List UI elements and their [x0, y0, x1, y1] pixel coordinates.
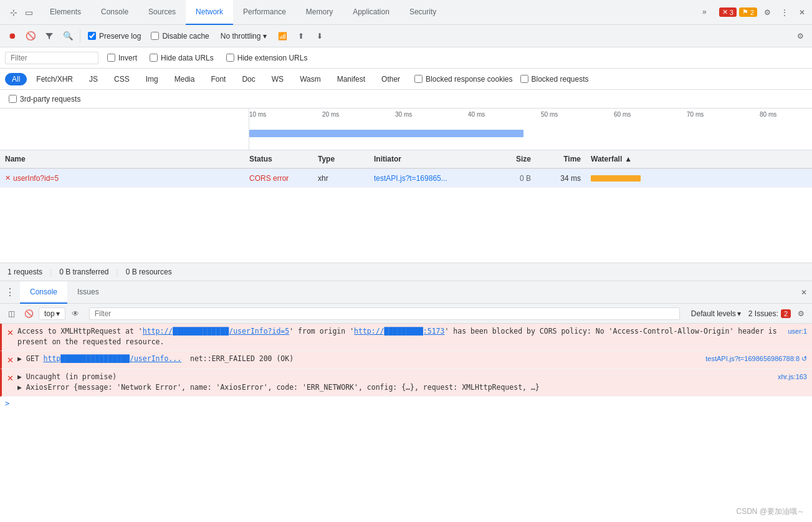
axios-error-link[interactable]: xhr.js:163 — [778, 372, 807, 382]
type-ws[interactable]: WS — [265, 73, 290, 85]
type-wasm[interactable]: Wasm — [293, 73, 328, 85]
console-tab-issues[interactable]: Issues — [67, 281, 109, 304]
upload-icon[interactable]: ⬆ — [293, 28, 309, 44]
disable-cache-checkbox[interactable] — [151, 32, 159, 40]
tick-70ms: 70 ms — [687, 111, 704, 118]
tab-security[interactable]: Security — [399, 0, 446, 25]
issues-label: 2 Issues: — [748, 309, 778, 318]
tab-console[interactable]: Console — [91, 0, 138, 25]
wifi-icon[interactable]: 📶 — [274, 28, 290, 44]
third-party-label[interactable]: 3rd-party requests — [5, 95, 84, 104]
col-header-status[interactable]: Status — [249, 155, 318, 163]
close-icon[interactable]: ✕ — [795, 5, 810, 20]
col-header-initiator[interactable]: Initiator — [374, 155, 486, 163]
table-body: ✕ userInfo?id=5 CORS error xhr testAPI.j… — [0, 169, 812, 263]
col-header-name[interactable]: Name — [0, 155, 249, 163]
filter-button[interactable] — [41, 28, 57, 44]
type-js[interactable]: JS — [82, 73, 105, 85]
device-icon[interactable]: ▭ — [22, 6, 35, 19]
error-badge[interactable]: ✕ 3 — [719, 7, 737, 17]
type-font[interactable]: Font — [204, 73, 232, 85]
col-header-size[interactable]: Size — [486, 155, 536, 163]
console-filter-input[interactable] — [89, 307, 680, 320]
preserve-log-label[interactable]: Preserve log — [84, 32, 145, 41]
console-msg-get[interactable]: ✕ ▶ GET http████████████████/userInfo...… — [0, 351, 812, 370]
filter-input[interactable] — [5, 52, 98, 64]
hide-ext-urls-label[interactable]: Hide extension URLs — [222, 54, 312, 62]
more-tabs[interactable]: » — [692, 0, 717, 25]
preserve-log-checkbox[interactable] — [88, 32, 96, 40]
tab-application[interactable]: Application — [343, 0, 399, 25]
search-button[interactable]: 🔍 — [60, 28, 76, 44]
get-error-link-text[interactable]: testAPI.js?t=1698656986788:8 — [705, 354, 800, 364]
blocked-requests-label[interactable]: Blocked requests — [520, 75, 589, 84]
cursor-icon[interactable]: ⊹ — [7, 6, 20, 19]
top-select[interactable]: top ▾ — [39, 307, 65, 320]
hide-data-urls-text: Hide data URLs — [161, 54, 214, 62]
record-button[interactable]: ⏺ — [4, 28, 20, 44]
invert-checkbox[interactable] — [107, 54, 115, 62]
waterfall-label: Waterfall — [591, 155, 622, 163]
type-manifest[interactable]: Manifest — [330, 73, 372, 85]
more-options-icon[interactable]: ⋮ — [777, 5, 792, 20]
console-tab-bar: ⋮ Console Issues ✕ — [0, 281, 812, 304]
type-media[interactable]: Media — [168, 73, 202, 85]
blocked-requests-checkbox[interactable] — [520, 75, 528, 83]
blocked-response-checkbox[interactable] — [414, 75, 423, 83]
third-party-checkbox[interactable] — [9, 95, 17, 103]
type-all[interactable]: All — [5, 73, 27, 85]
console-settings-icon[interactable]: ⚙ — [793, 306, 808, 321]
warning-badge[interactable]: ⚑ 2 — [739, 7, 757, 17]
type-fetch-xhr[interactable]: Fetch/XHR — [29, 73, 80, 85]
console-sidebar-icon[interactable]: ◫ — [4, 306, 19, 321]
issues-badge: 2 — [781, 309, 791, 318]
console-eye-icon[interactable]: 👁 — [68, 306, 83, 321]
hide-data-urls-label[interactable]: Hide data URLs — [146, 54, 217, 62]
console-tab-console[interactable]: Console — [20, 281, 67, 304]
row-name-text: userInfo?id=5 — [13, 174, 59, 183]
console-msg-cors[interactable]: ✕ Access to XMLHttpRequest at 'http://██… — [0, 324, 812, 351]
col-header-time[interactable]: Time — [536, 155, 586, 163]
refresh-icon[interactable]: ↺ — [801, 354, 807, 364]
console-prompt[interactable]: > — [0, 397, 812, 410]
download-icon[interactable]: ⬇ — [312, 28, 328, 44]
tick-60ms: 60 ms — [614, 111, 631, 118]
type-doc[interactable]: Doc — [235, 73, 262, 85]
default-levels-select[interactable]: Default levels ▾ — [686, 308, 746, 319]
tick-50ms: 50 ms — [541, 111, 558, 118]
timeline-blue-bar — [249, 130, 523, 137]
disable-cache-label[interactable]: Disable cache — [147, 32, 213, 41]
console-clear-icon[interactable]: 🚫 — [21, 306, 36, 321]
console-dots-menu[interactable]: ⋮ — [5, 286, 15, 298]
type-css[interactable]: CSS — [107, 73, 136, 85]
status-bar: 1 requests | 0 B transferred | 0 B resou… — [0, 263, 812, 281]
invert-label[interactable]: Invert — [103, 54, 141, 62]
tab-memory[interactable]: Memory — [296, 0, 343, 25]
blocked-response-label[interactable]: Blocked response cookies — [414, 75, 512, 84]
tab-elements[interactable]: Elements — [40, 0, 91, 25]
type-other[interactable]: Other — [375, 73, 407, 85]
watermark: CSDN @要加油哦～ — [736, 506, 805, 517]
col-header-type[interactable]: Type — [318, 155, 374, 163]
settings-icon[interactable]: ⚙ — [760, 5, 775, 20]
throttle-select[interactable]: No throttling ▾ — [216, 32, 272, 41]
tab-performance[interactable]: Performance — [233, 0, 296, 25]
tick-10ms: 10 ms — [249, 111, 266, 118]
type-img[interactable]: Img — [139, 73, 165, 85]
cors-error-link[interactable]: user:1 — [788, 326, 807, 337]
error-count: 3 — [730, 9, 733, 16]
type-filter-row: All Fetch/XHR JS CSS Img Media Font Doc … — [0, 69, 812, 90]
throttle-text: No throttling — [221, 32, 261, 41]
tab-network[interactable]: Network — [186, 0, 233, 25]
hide-data-urls-checkbox[interactable] — [150, 54, 158, 62]
hide-ext-urls-checkbox[interactable] — [226, 54, 234, 62]
tab-sources[interactable]: Sources — [138, 0, 186, 25]
console-msg-axios[interactable]: ✕ ▶ Uncaught (in promise) ▶ AxiosError {… — [0, 369, 812, 397]
console-close-btn[interactable]: ✕ — [801, 288, 807, 297]
network-settings-icon[interactable]: ⚙ — [792, 28, 808, 44]
tab-bar: ⊹ ▭ Elements Console Sources Network Per… — [0, 0, 812, 25]
table-row[interactable]: ✕ userInfo?id=5 CORS error xhr testAPI.j… — [0, 169, 812, 188]
col-header-waterfall[interactable]: Waterfall ▲ — [586, 155, 812, 163]
clear-button[interactable]: 🚫 — [22, 28, 39, 44]
error-x-icon: ✕ — [722, 8, 728, 16]
